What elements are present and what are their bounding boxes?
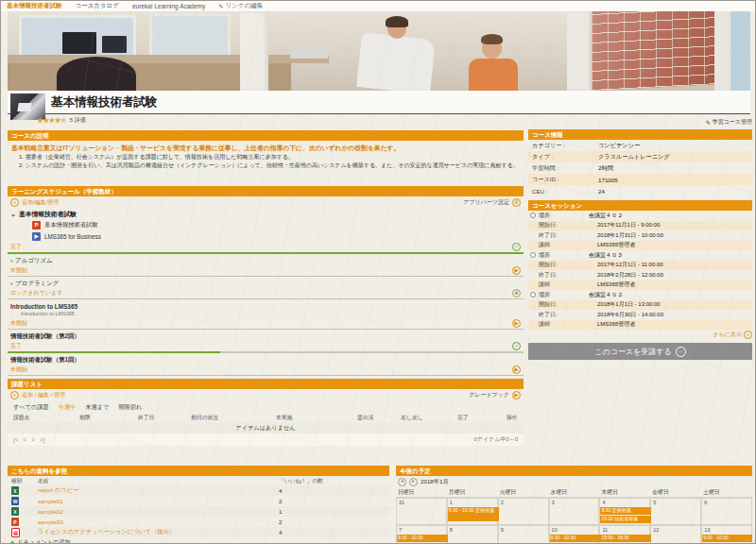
calendar-event[interactable]: 9:30 定例会議 [600, 507, 651, 515]
info-label: 学習時間 : [532, 164, 598, 173]
schedule-item-programming[interactable]: › プログラミング [8, 279, 524, 288]
session-radio[interactable] [530, 292, 536, 298]
calendar-day[interactable]: 7 9:30 - 10:30 [396, 525, 447, 544]
col-assignment-name[interactable]: 課題名 [13, 414, 79, 422]
nav-course-catalog[interactable]: コースカタログ [76, 2, 119, 10]
col-due-status[interactable]: 期日の状況 [191, 414, 276, 422]
calendar-event[interactable]: 9:30 - 10:30 [397, 535, 448, 542]
col-returned[interactable]: 差し戻し [401, 414, 457, 422]
session-teacher-link[interactable]: LMS365管理者 [597, 280, 635, 289]
calendar-day[interactable]: 2 [498, 498, 549, 525]
pagination-controls: |< < > >| [13, 436, 45, 443]
show-more-button[interactable]: さらに表示 + [528, 330, 752, 340]
calendar-day[interactable]: 31 [396, 498, 447, 525]
session-radio[interactable] [530, 212, 536, 218]
calendar-day[interactable]: 12 [650, 525, 701, 544]
calendar-nav: ◂ ▸ 2018年1月 [396, 476, 752, 487]
gradebook-button[interactable]: グレードブック ▶ [469, 391, 521, 400]
material-row: P sample03 2 [8, 517, 389, 527]
calendar-day[interactable]: 10 9:30 - 10:30 [549, 525, 600, 544]
pagination-first-icon[interactable]: |< [13, 436, 18, 443]
col-name[interactable]: 名前 [38, 477, 279, 485]
col-end-date[interactable]: 終了日 [138, 414, 191, 422]
add-document-label: ドキュメントの追加 [17, 538, 71, 544]
session-teacher-link[interactable]: LMS365管理者 [597, 320, 635, 329]
progress-bar-empty [8, 298, 524, 299]
col-not-done[interactable]: 未実施 [276, 414, 357, 422]
schedule-item-exam1[interactable]: 情報技術者試験（第1回） [8, 355, 524, 365]
item-title: Introduction to LMS365 [10, 303, 77, 310]
material-link[interactable]: ライセンスのアクティベーションについて（抜出） [38, 528, 279, 536]
material-link[interactable]: sample02 [38, 508, 279, 515]
col-deadline[interactable]: 期限 [79, 414, 138, 422]
rating-count[interactable]: 5 評価 [70, 116, 86, 125]
calendar-event[interactable]: 15:00 - 16:30 [600, 535, 651, 542]
calendar-event[interactable]: 9:30 - 10:30 [702, 535, 752, 542]
assignments-add-label: 追加 / 編集 / 管理 [22, 391, 65, 400]
tab-this-week[interactable]: 今週中 [59, 403, 77, 412]
banner-person [356, 32, 436, 91]
calendar-day[interactable]: 13 9:30 - 10:30 [701, 525, 752, 544]
schedule-group-toggle[interactable]: ⌄ 基本情報技術者試験 [8, 209, 524, 219]
schedule-item-algorithm[interactable]: › アルゴリズム [8, 256, 524, 265]
materials-header: こちらの資料を参照 [8, 466, 389, 476]
manage-course-link[interactable]: ✎ 学習コース管理 [528, 117, 752, 128]
calendar-day[interactable]: 8 [447, 525, 498, 544]
edit-links-button[interactable]: ✎ リンクの編集 [218, 2, 263, 10]
calendar-event[interactable]: 9:30 - 10:30 定例会議 [448, 507, 499, 521]
calendar-event[interactable]: 15:00 技術者研修 [600, 516, 651, 523]
tab-overdue[interactable]: 期限切れ [118, 403, 142, 412]
calendar-day[interactable]: 9 [498, 525, 549, 544]
session-teacher-link[interactable]: LMS365管理者 [597, 241, 635, 249]
add-document-button[interactable]: + ドキュメントの追加 [8, 537, 389, 544]
calendar-day[interactable]: 4 9:30 定例会議 15:00 技術者研修 [599, 498, 650, 525]
pagination-last-icon[interactable]: >| [40, 436, 44, 443]
col-submitted[interactable]: 提出済 [357, 414, 401, 422]
enroll-course-button[interactable]: このコースを受講する → [528, 343, 752, 360]
pagination-prev-icon[interactable]: < [23, 436, 26, 443]
progress-bar-empty [8, 375, 524, 376]
calendar-day[interactable]: 5 [650, 498, 701, 525]
manage-course-label: 学習コース管理 [713, 118, 752, 127]
calendar-event[interactable]: 9:30 - 10:30 [550, 535, 601, 542]
nav-academy[interactable]: eureka! Learning Academy [132, 3, 205, 9]
prev-month-icon[interactable]: ◂ [398, 478, 406, 486]
calendar-day[interactable]: 6 [701, 498, 752, 525]
item-title: 情報技術者試験（第1回） [10, 356, 80, 365]
schedule-add-button[interactable]: + 追加/編集/管理 [10, 198, 59, 207]
material-link[interactable]: sample03 [38, 518, 279, 525]
col-likes[interactable]: 「いいね！」の数 [279, 477, 323, 485]
col-complete[interactable]: 完了 [457, 414, 507, 422]
day-number: 7 [399, 527, 402, 533]
pagination-next-icon[interactable]: > [31, 436, 35, 443]
day-number: 13 [704, 527, 710, 533]
info-row-type: タイプ : クラスルームトレーニング [528, 151, 752, 162]
calendar-day[interactable]: 1 9:30 - 10:30 定例会議 [447, 498, 498, 525]
webpart-settings-button[interactable]: アプリパーツ設定 ⚙ [463, 198, 521, 207]
info-value: 24 [598, 188, 605, 195]
schedule-material-video[interactable]: ▶ LMS365 for Business [8, 230, 524, 242]
nav-current-course[interactable]: 基本情報技術者試験 [7, 2, 62, 10]
tab-next-week[interactable]: 来週まで [85, 403, 109, 412]
col-actions[interactable]: 操作 [507, 414, 518, 422]
top-navigation: 基本情報技術者試験 コースカタログ eureka! Learning Acade… [1, 1, 756, 11]
session-radio[interactable] [530, 252, 536, 258]
info-value: 171005 [598, 177, 618, 183]
session-label: 終了日: [530, 271, 597, 280]
tab-all-assignments[interactable]: すべての課題 [13, 403, 49, 412]
assignments-add-button[interactable]: + 追加 / 編集 / 管理 [10, 391, 65, 400]
stars-filled: ★★★★★ [37, 117, 62, 125]
material-link[interactable]: sample01 [38, 498, 279, 504]
schedule-item-exam2[interactable]: 情報技術者試験（第2回） [8, 332, 524, 341]
status-not-started: 未開始 [10, 266, 27, 275]
calendar-day[interactable]: 3 [549, 498, 600, 525]
star-rating[interactable]: ★★★★★★★★★★ [37, 117, 66, 125]
material-link[interactable]: report のコピー [38, 486, 279, 495]
col-type[interactable]: 種類 [11, 477, 38, 485]
day-number: 4 [602, 500, 605, 505]
next-month-icon[interactable]: ▸ [409, 478, 418, 486]
progress-bar-complete [8, 252, 524, 254]
schedule-item-intro-lms365[interactable]: Introduction to LMS365 [8, 301, 524, 311]
schedule-material-ppt[interactable]: P 基本情報技術者試験 [8, 219, 524, 230]
calendar-day[interactable]: 11 15:00 - 16:30 [599, 525, 650, 544]
